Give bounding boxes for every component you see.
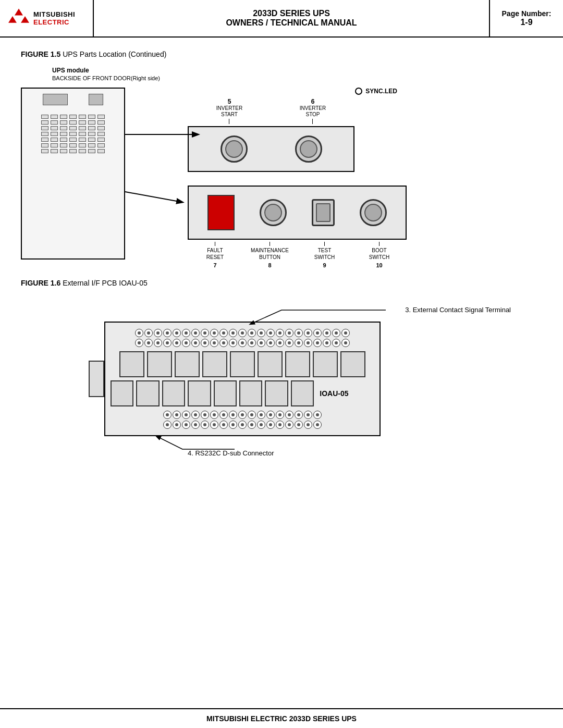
cabinet-top-button-1 bbox=[43, 94, 68, 105]
rs232-label: 4. RS232C D-sub Connector bbox=[188, 449, 274, 457]
ups-module-sublabel: BACKSIDE OF FRONT DOOR(Right side) bbox=[52, 75, 542, 81]
module-block bbox=[162, 380, 185, 406]
connector-dot bbox=[219, 411, 228, 419]
inverter-stop-button[interactable] bbox=[295, 135, 322, 163]
main-content: FIGURE 1.5 UPS Parts Location (Continued… bbox=[0, 38, 563, 475]
vent bbox=[88, 115, 95, 119]
connector-dot bbox=[144, 339, 153, 347]
vent bbox=[51, 132, 58, 136]
connector-dot bbox=[276, 411, 284, 419]
maintenance-tick bbox=[270, 242, 270, 246]
inv-num-6: 6 bbox=[300, 98, 326, 105]
connector-dot bbox=[191, 421, 200, 429]
test-switch[interactable] bbox=[312, 199, 335, 226]
vent bbox=[79, 120, 86, 125]
vent bbox=[41, 115, 48, 119]
vent bbox=[60, 143, 67, 147]
connector-dot bbox=[135, 329, 143, 337]
module-row-2: IOAU-05 bbox=[111, 380, 374, 406]
vent bbox=[79, 143, 86, 147]
maintenance-label: MAINTENANCEBUTTON bbox=[251, 247, 289, 261]
vent bbox=[69, 120, 77, 125]
sync-led-circle bbox=[355, 88, 362, 95]
connector-dot bbox=[266, 411, 275, 419]
bottom-panel-labels: FAULTRESET 7 MAINTENANCEBUTTON 8 TESTSWI… bbox=[188, 242, 407, 268]
connector-dot bbox=[248, 339, 256, 347]
connector-dot bbox=[285, 339, 293, 347]
connector-dot bbox=[191, 329, 200, 337]
module-block bbox=[147, 351, 172, 377]
logo-area: MITSUBISHI ELECTRIC bbox=[0, 0, 94, 36]
connector-dot bbox=[229, 421, 237, 429]
module-block bbox=[136, 380, 159, 406]
logo-text: MITSUBISHI ELECTRIC bbox=[33, 10, 75, 26]
boot-switch[interactable] bbox=[360, 199, 387, 226]
connector-dot bbox=[144, 329, 153, 337]
maintenance-num: 8 bbox=[268, 262, 271, 268]
boot-switch-label: BOOTSWITCH bbox=[369, 247, 389, 261]
connector-dot bbox=[257, 339, 265, 347]
vent bbox=[97, 138, 105, 142]
page-number-area: Page Number: 1-9 bbox=[490, 0, 563, 36]
page-label: Page Number: bbox=[502, 9, 552, 18]
connector-dot bbox=[210, 411, 218, 419]
page-footer: MITSUBISHI ELECTRIC 2033D SERIES UPS bbox=[0, 708, 563, 728]
connector-dot bbox=[276, 339, 284, 347]
connector-dot bbox=[266, 421, 275, 429]
figure-16-title-text: External I/F PCB IOAU-05 bbox=[60, 279, 148, 287]
inverter-start-tick bbox=[229, 119, 229, 124]
page-number: 1-9 bbox=[520, 18, 532, 27]
mitsubishi-logo-icon bbox=[8, 8, 29, 29]
panels-area: SYNC.LED 5 INVERTERSTART 6 INVERTERSTOP bbox=[188, 88, 407, 268]
connector-dot bbox=[219, 329, 228, 337]
connector-dot bbox=[285, 411, 293, 419]
vent bbox=[60, 126, 67, 130]
module-row-1 bbox=[111, 351, 374, 377]
cabinet-top-button-2 bbox=[89, 94, 103, 105]
connector-dot bbox=[257, 329, 265, 337]
connector-dot bbox=[276, 421, 284, 429]
connector-dot bbox=[163, 411, 172, 419]
vent bbox=[60, 132, 67, 136]
connector-dot bbox=[332, 329, 340, 337]
vent bbox=[41, 138, 48, 142]
module-block bbox=[313, 351, 338, 377]
connector-dot bbox=[332, 339, 340, 347]
vent bbox=[79, 132, 86, 136]
vent bbox=[51, 115, 58, 119]
connector-dot bbox=[238, 421, 247, 429]
top-connector-row-2 bbox=[111, 339, 374, 347]
vent bbox=[51, 120, 58, 125]
inverter-start-button-inner bbox=[225, 140, 243, 158]
connector-dot bbox=[323, 339, 331, 347]
module-block bbox=[214, 380, 237, 406]
inverter-start-group: 5 INVERTERSTART bbox=[216, 98, 242, 125]
svg-marker-2 bbox=[21, 16, 29, 23]
connector-dot bbox=[266, 339, 275, 347]
vent bbox=[88, 132, 95, 136]
fault-reset-button[interactable] bbox=[207, 195, 235, 230]
maintenance-button[interactable] bbox=[260, 199, 287, 226]
inverter-start-label: INVERTERSTART bbox=[216, 105, 242, 118]
figure-16-diagram: 3. External Contact Signal Terminal bbox=[21, 295, 542, 462]
vent bbox=[41, 120, 48, 125]
ext-contact-label: 3. External Contact Signal Terminal bbox=[405, 306, 511, 314]
maintenance-button-inner bbox=[264, 204, 282, 221]
connector-dot bbox=[295, 329, 303, 337]
vent bbox=[60, 138, 67, 142]
vent bbox=[97, 149, 105, 153]
fault-reset-label-group: FAULTRESET 7 bbox=[194, 242, 236, 268]
maintenance-label-group: MAINTENANCEBUTTON 8 bbox=[249, 242, 291, 268]
vent bbox=[41, 126, 48, 130]
connector-dot bbox=[257, 421, 265, 429]
module-block bbox=[285, 351, 310, 377]
connector-dot bbox=[257, 411, 265, 419]
connector-dot bbox=[154, 339, 162, 347]
connector-dot bbox=[182, 421, 190, 429]
module-block bbox=[230, 351, 255, 377]
ext-contact-annotation: 3. External Contact Signal Terminal bbox=[405, 306, 511, 314]
inverter-stop-tick bbox=[312, 119, 313, 124]
vent bbox=[60, 120, 67, 125]
logo-division: ELECTRIC bbox=[33, 18, 75, 26]
inverter-start-button[interactable] bbox=[221, 135, 248, 163]
